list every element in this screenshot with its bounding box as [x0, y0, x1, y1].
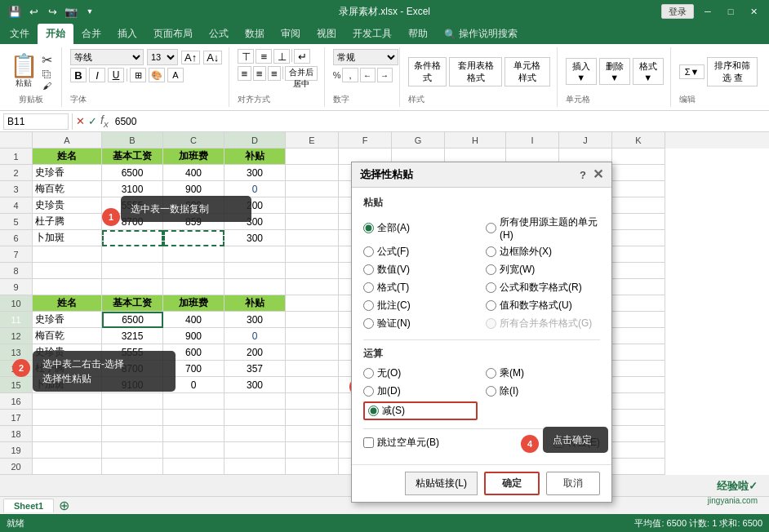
- sort-filter-button[interactable]: 排序和筛选 查: [707, 57, 758, 86]
- close-icon[interactable]: ✕: [745, 4, 762, 19]
- cell-k2[interactable]: [612, 165, 665, 181]
- cell-e10[interactable]: [286, 295, 339, 312]
- cell-c17[interactable]: [163, 410, 224, 426]
- cell-e11[interactable]: [286, 312, 339, 328]
- cell-k7[interactable]: [612, 246, 665, 263]
- wrap-text-button[interactable]: ↵: [294, 49, 310, 64]
- row-6-header[interactable]: 6: [0, 230, 33, 246]
- delete-cells-button[interactable]: 删除▼: [599, 58, 630, 85]
- decrease-font-button[interactable]: A↓: [203, 51, 222, 64]
- col-k-header[interactable]: K: [612, 132, 665, 149]
- row-16-header[interactable]: 16: [0, 393, 33, 410]
- paste-value-option[interactable]: 数值(V): [363, 262, 478, 277]
- cell-d20[interactable]: [224, 459, 286, 475]
- undo-icon[interactable]: ↩: [25, 3, 42, 20]
- paste-noborder-option[interactable]: 边框除外(X): [486, 244, 600, 259]
- col-i-header[interactable]: I: [506, 132, 559, 149]
- cell-b10[interactable]: 基本工资: [102, 295, 163, 312]
- cell-k12[interactable]: [612, 328, 665, 344]
- paste-format-radio[interactable]: [363, 282, 374, 293]
- row-18-header[interactable]: 18: [0, 426, 33, 442]
- cell-e14[interactable]: [286, 361, 339, 377]
- cell-e18[interactable]: [286, 426, 339, 442]
- cell-a1[interactable]: 姓名: [33, 149, 102, 165]
- font-family-select[interactable]: 等线: [70, 49, 144, 65]
- restore-icon[interactable]: □: [722, 4, 740, 19]
- cell-c6[interactable]: [163, 230, 224, 246]
- cell-e4[interactable]: [286, 197, 339, 214]
- cell-c9[interactable]: [163, 279, 224, 295]
- cell-e8[interactable]: [286, 263, 339, 279]
- align-right-button[interactable]: ≡: [268, 66, 281, 81]
- cell-d2[interactable]: 300: [224, 165, 286, 181]
- border-button[interactable]: ⊞: [130, 68, 146, 82]
- cell-e5[interactable]: [286, 214, 339, 230]
- col-f-header[interactable]: F: [339, 132, 392, 149]
- cell-e7[interactable]: [286, 246, 339, 263]
- paste-condformat-option[interactable]: 所有合并条件格式(G): [486, 316, 600, 331]
- cell-k18[interactable]: [612, 426, 665, 442]
- tab-file[interactable]: 文件: [2, 24, 38, 44]
- col-b-header[interactable]: B: [102, 132, 163, 149]
- paste-formula-radio[interactable]: [363, 246, 374, 257]
- cut-icon[interactable]: ✂: [42, 52, 52, 68]
- cell-b19[interactable]: [102, 442, 163, 459]
- format-cells-button[interactable]: 格式▼: [633, 58, 664, 85]
- paste-theme-option[interactable]: 所有使用源主题的单元(H): [486, 215, 600, 242]
- cell-a3[interactable]: 梅百乾: [33, 181, 102, 197]
- cell-style-button[interactable]: 单元格样式: [505, 57, 550, 86]
- tab-home[interactable]: 开始: [38, 24, 73, 44]
- underline-button[interactable]: U: [108, 68, 124, 82]
- align-left-button[interactable]: ≡: [238, 66, 251, 81]
- row-19-header[interactable]: 19: [0, 442, 33, 459]
- cell-d10[interactable]: 补贴: [224, 295, 286, 312]
- cell-c18[interactable]: [163, 426, 224, 442]
- paste-colwidth-option[interactable]: 列宽(W): [486, 262, 600, 277]
- op-add-radio[interactable]: [363, 386, 374, 397]
- cell-a4[interactable]: 史珍贵: [33, 197, 102, 214]
- col-d-header[interactable]: D: [224, 132, 286, 149]
- col-j-header[interactable]: J: [559, 132, 612, 149]
- row-17-header[interactable]: 17: [0, 410, 33, 426]
- paste-button[interactable]: 📋 粘贴: [10, 55, 38, 89]
- cell-e17[interactable]: [286, 410, 339, 426]
- col-a-header[interactable]: A: [33, 132, 102, 149]
- tab-merge[interactable]: 合并: [73, 24, 109, 44]
- tab-insert[interactable]: 插入: [109, 24, 145, 44]
- tab-help[interactable]: 帮助: [400, 24, 436, 44]
- cell-a6[interactable]: 卜加斑: [33, 230, 102, 246]
- add-sheet-icon[interactable]: ⊕: [59, 498, 69, 513]
- cell-a19[interactable]: [33, 442, 102, 459]
- row-15-header[interactable]: 15: [0, 377, 33, 393]
- cell-a8[interactable]: [33, 263, 102, 279]
- paste-theme-radio[interactable]: [486, 223, 496, 233]
- skip-blank-input[interactable]: [363, 437, 374, 448]
- format-painter-icon[interactable]: 🖌: [42, 81, 51, 91]
- sheet-tab-1[interactable]: Sheet1: [3, 499, 54, 512]
- comma-style-button[interactable]: ,: [342, 68, 358, 82]
- cell-k17[interactable]: [612, 410, 665, 426]
- cell-c11[interactable]: 400: [163, 312, 224, 328]
- cell-k14[interactable]: [612, 361, 665, 377]
- sum-button[interactable]: Σ▼: [679, 64, 705, 79]
- col-e-header[interactable]: E: [286, 132, 339, 149]
- cell-d17[interactable]: [224, 410, 286, 426]
- row-5-header[interactable]: 5: [0, 214, 33, 230]
- tab-search-help[interactable]: 🔍 操作说明搜索: [436, 24, 526, 44]
- col-c-header[interactable]: C: [163, 132, 224, 149]
- cell-a5[interactable]: 杜子腾: [33, 214, 102, 230]
- confirm-formula-icon[interactable]: ✓: [88, 115, 97, 127]
- cell-k15[interactable]: [612, 377, 665, 393]
- cell-d3[interactable]: 0: [224, 181, 286, 197]
- cell-e3[interactable]: [286, 181, 339, 197]
- cell-a11[interactable]: 史珍香: [33, 312, 102, 328]
- align-top-button[interactable]: ⊤: [238, 49, 254, 64]
- cell-d6[interactable]: 300: [224, 230, 286, 246]
- row-3-header[interactable]: 3: [0, 181, 33, 197]
- cancel-button[interactable]: 取消: [546, 472, 600, 495]
- cell-d11[interactable]: 300: [224, 312, 286, 328]
- tab-developer[interactable]: 开发工具: [344, 24, 400, 44]
- increase-decimal-button[interactable]: →: [377, 68, 393, 82]
- conditional-format-button[interactable]: 条件格式: [408, 57, 447, 86]
- table-format-button[interactable]: 套用表格格式: [449, 57, 501, 86]
